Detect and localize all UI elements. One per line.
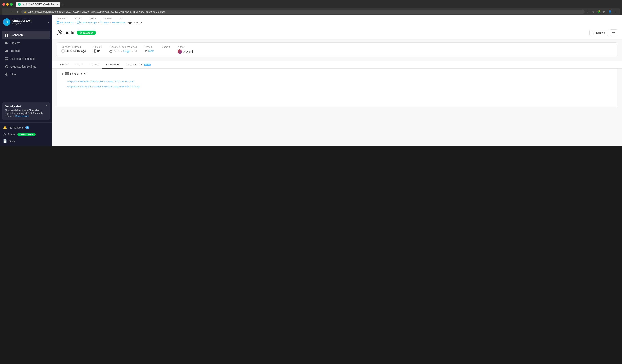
bookmark-button[interactable]: ☆ [591,10,595,14]
share-button[interactable]: ⬆ [586,10,590,14]
browser-tabs: ✓ build (1) - CIRCLECI-GWP/ci-e... × + [16,2,620,7]
artifact-file-1[interactable]: ~/repo/out/make/deb/x64/my-electron-app_… [61,79,613,84]
tab-close-button[interactable]: × [57,3,58,6]
meta-queued-label: Queued [93,46,102,48]
tab-steps[interactable]: STEPS [57,61,72,69]
rerun-button[interactable]: Rerun ▾ [589,30,608,36]
docs-icon: 📄 [3,139,7,143]
hourglass-icon [93,50,96,53]
tab-resources[interactable]: RESOURCES NEW [123,61,154,69]
svg-rect-19 [58,22,59,24]
meta-branch-value: main [144,50,154,53]
bell-icon: 🔔 [3,126,7,129]
security-alert: ✕ Security alert Now available: CircleCI… [2,102,50,120]
svg-rect-38 [65,72,69,75]
clock-icon [61,50,64,53]
maximize-window-button[interactable] [10,3,13,6]
minimize-window-button[interactable] [6,3,9,6]
svg-rect-2 [5,35,6,37]
sidebar-item-insights[interactable]: Insights [1,47,50,55]
org-name: CIRCLECI-GWP [12,19,46,22]
info-icon[interactable]: ⓘ [134,50,137,53]
main-content: Dashboard Project Branch Workflow Job Al… [52,15,622,146]
back-button[interactable]: ← [4,10,8,14]
active-tab[interactable]: ✓ build (1) - CIRCLECI-GWP/ci-e... × [16,2,60,7]
sidebar-item-runners[interactable]: Self-Hosted Runners [1,55,50,63]
breadcrumb-sep-1: › [75,21,76,24]
profile-button[interactable]: 👤 [607,10,612,14]
alert-body: Now available: CircleCI incident report … [5,109,47,117]
svg-point-36 [145,52,146,52]
parallel-run-label: Parallel Run 0 [70,72,87,76]
browser-nav-actions: ⬆ ☆ 🧩 ▤ 👤 ⋮ [586,10,618,14]
svg-rect-3 [7,35,8,37]
svg-rect-20 [77,21,79,23]
workflow-icon [112,21,115,24]
tab-timing[interactable]: TIMING [87,61,103,69]
artifact-file-2[interactable]: ~/repo/out/make/zip/linux/x64/my-electro… [61,84,613,89]
alert-read-report-link[interactable]: Read report [15,115,28,117]
status-item[interactable]: ◎ Status OPERATIONAL [0,131,52,138]
new-tab-button[interactable]: + [60,3,66,7]
more-options-button[interactable]: ••• [610,29,617,36]
insights-icon [5,49,8,53]
sidebar-toggle-button[interactable]: ▤ [602,10,606,14]
sidebar-item-dashboard[interactable]: Dashboard [1,31,50,39]
breadcrumb-bar: Dashboard Project Branch Workflow Job Al… [52,15,622,26]
breadcrumb-branch[interactable]: main [100,21,109,24]
svg-point-22 [100,23,101,23]
address-bar[interactable]: 🔒 app.circleci.com/pipelines/github/CIRC… [21,10,585,14]
plan-icon: $ [5,73,8,77]
author-avatar: O [177,50,182,54]
sidebar-item-plan[interactable]: $ Plan [1,71,50,78]
org-info: CIRCLECI-GWP Oluyemi [12,19,46,25]
breadcrumb-label-workflow: Workflow [103,17,112,20]
breadcrumb-sep-4: › [127,21,127,24]
notifications-item[interactable]: 🔔 Notifications 1 [0,124,52,131]
menu-button[interactable]: ⋮ [614,10,618,14]
svg-rect-13 [6,60,7,60]
org-expand-icon[interactable]: ▾ [48,21,49,23]
breadcrumb-project[interactable]: ci-electron-app [77,21,97,24]
reload-button[interactable]: ↻ [16,10,20,14]
meta-duration: Duration / Finished 2m 50s / 1m ago [61,46,86,54]
sidebar-item-projects-label: Projects [10,41,20,44]
alert-title: Security alert [5,105,47,108]
svg-point-30 [79,31,82,34]
job-title-area: build Success [57,30,96,36]
sidebar-item-runners-label: Self-Hosted Runners [10,57,36,60]
breadcrumb-workflow[interactable]: workflow [112,21,125,24]
sidebar-item-projects[interactable]: Projects [1,39,50,47]
branch-value-link[interactable]: main [148,50,154,53]
breadcrumb-all-pipelines[interactable]: All Pipelines [57,21,74,24]
sidebar-item-org-settings[interactable]: Organization Settings [1,63,50,71]
breadcrumb-label-job: Job [120,17,123,20]
svg-point-24 [112,22,113,23]
job-current-icon [128,21,132,24]
sidebar-nav: Dashboard Projects [0,29,52,100]
tab-tests[interactable]: TESTS [72,61,87,69]
meta-branch-label: Branch [144,46,154,48]
tab-artifacts[interactable]: ARTIFACTS [102,61,123,69]
svg-rect-16 [57,21,58,22]
docs-item[interactable]: 📄 Docs [0,138,52,144]
meta-branch: Branch main [144,46,154,54]
browser-nav: ← → ↻ 🔒 app.circleci.com/pipelines/githu… [2,8,620,15]
svg-rect-1 [7,34,8,35]
resource-class-link[interactable]: Large [123,50,130,53]
sidebar-item-plan-label: Plan [10,73,16,76]
alert-close-button[interactable]: ✕ [45,104,48,107]
rerun-icon [592,31,595,34]
close-window-button[interactable] [2,3,5,6]
traffic-lights [2,3,13,6]
svg-rect-17 [58,21,59,22]
svg-rect-0 [5,34,6,35]
meta-duration-value: 2m 50s / 1m ago [61,50,86,53]
extensions-button[interactable]: 🧩 [596,10,601,14]
svg-point-21 [100,21,101,22]
projects-icon [5,41,8,45]
forward-button[interactable]: → [10,10,14,14]
collapse-arrow-icon[interactable]: ▼ [61,73,64,75]
svg-rect-11 [5,57,8,59]
svg-rect-6 [5,43,7,43]
